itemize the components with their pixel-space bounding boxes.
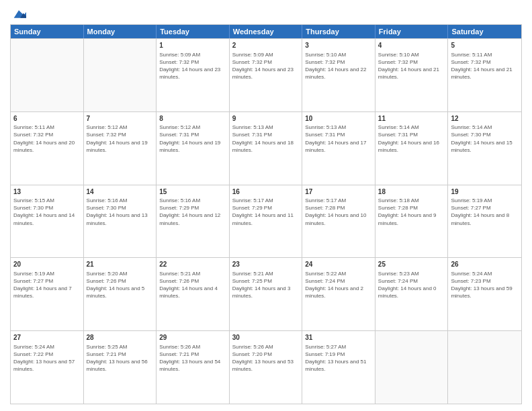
day-number: 24 (305, 260, 372, 269)
day-info: Sunrise: 5:16 AM Sunset: 7:29 PM Dayligh… (159, 197, 226, 227)
day-info: Sunrise: 5:19 AM Sunset: 7:27 PM Dayligh… (13, 270, 81, 300)
calendar-row-4: 27Sunrise: 5:24 AM Sunset: 7:22 PM Dayli… (11, 330, 521, 404)
page: SundayMondayTuesdayWednesdayThursdayFrid… (0, 0, 532, 411)
day-number: 15 (159, 187, 226, 197)
calendar-cell: 18Sunrise: 5:18 AM Sunset: 7:28 PM Dayli… (375, 185, 449, 258)
calendar-cell: 6Sunrise: 5:11 AM Sunset: 7:32 PM Daylig… (11, 112, 84, 185)
day-info: Sunrise: 5:12 AM Sunset: 7:31 PM Dayligh… (159, 124, 226, 154)
calendar-cell: 3Sunrise: 5:10 AM Sunset: 7:32 PM Daylig… (302, 39, 375, 111)
calendar-row-3: 20Sunrise: 5:19 AM Sunset: 7:27 PM Dayli… (11, 257, 521, 330)
calendar-cell: 1Sunrise: 5:09 AM Sunset: 7:32 PM Daylig… (157, 39, 230, 111)
calendar-cell (448, 331, 521, 404)
day-info: Sunrise: 5:26 AM Sunset: 7:20 PM Dayligh… (232, 343, 300, 373)
day-number: 8 (159, 114, 226, 124)
header (10, 7, 522, 19)
day-number: 31 (305, 333, 372, 342)
day-number: 6 (13, 114, 81, 124)
day-info: Sunrise: 5:21 AM Sunset: 7:26 PM Dayligh… (159, 270, 226, 300)
calendar-cell: 15Sunrise: 5:16 AM Sunset: 7:29 PM Dayli… (157, 185, 230, 258)
calendar-cell: 12Sunrise: 5:14 AM Sunset: 7:30 PM Dayli… (448, 112, 521, 185)
calendar-row-1: 6Sunrise: 5:11 AM Sunset: 7:32 PM Daylig… (11, 111, 521, 185)
logo-icon (11, 7, 26, 21)
day-info: Sunrise: 5:10 AM Sunset: 7:32 PM Dayligh… (378, 51, 445, 81)
calendar-cell: 9Sunrise: 5:13 AM Sunset: 7:31 PM Daylig… (230, 112, 303, 185)
day-info: Sunrise: 5:17 AM Sunset: 7:28 PM Dayligh… (305, 197, 372, 227)
day-info: Sunrise: 5:11 AM Sunset: 7:32 PM Dayligh… (13, 124, 81, 154)
calendar-cell: 31Sunrise: 5:27 AM Sunset: 7:19 PM Dayli… (302, 331, 375, 404)
day-info: Sunrise: 5:17 AM Sunset: 7:29 PM Dayligh… (232, 197, 300, 227)
day-info: Sunrise: 5:11 AM Sunset: 7:32 PM Dayligh… (451, 51, 519, 81)
day-number: 7 (87, 114, 154, 124)
calendar-header: SundayMondayTuesdayWednesdayThursdayFrid… (11, 25, 521, 38)
day-number: 20 (13, 260, 81, 269)
header-day-tuesday: Tuesday (157, 25, 230, 38)
calendar-cell: 8Sunrise: 5:12 AM Sunset: 7:31 PM Daylig… (157, 112, 230, 185)
header-day-saturday: Saturday (448, 25, 521, 38)
header-day-wednesday: Wednesday (230, 25, 303, 38)
day-info: Sunrise: 5:18 AM Sunset: 7:28 PM Dayligh… (378, 197, 445, 227)
calendar-cell: 28Sunrise: 5:25 AM Sunset: 7:21 PM Dayli… (84, 331, 157, 404)
calendar-cell: 27Sunrise: 5:24 AM Sunset: 7:22 PM Dayli… (11, 331, 84, 404)
day-info: Sunrise: 5:27 AM Sunset: 7:19 PM Dayligh… (305, 343, 372, 373)
calendar-cell: 20Sunrise: 5:19 AM Sunset: 7:27 PM Dayli… (11, 258, 84, 330)
day-number: 26 (451, 260, 519, 269)
calendar-cell: 4Sunrise: 5:10 AM Sunset: 7:32 PM Daylig… (375, 39, 449, 111)
day-info: Sunrise: 5:15 AM Sunset: 7:30 PM Dayligh… (13, 197, 81, 227)
header-day-sunday: Sunday (11, 25, 84, 38)
day-number: 29 (159, 333, 226, 342)
day-info: Sunrise: 5:14 AM Sunset: 7:30 PM Dayligh… (451, 124, 519, 154)
header-day-friday: Friday (375, 25, 449, 38)
calendar-cell: 5Sunrise: 5:11 AM Sunset: 7:32 PM Daylig… (448, 39, 521, 111)
calendar-cell (375, 331, 449, 404)
calendar-cell (11, 39, 84, 111)
day-info: Sunrise: 5:09 AM Sunset: 7:32 PM Dayligh… (159, 51, 226, 81)
day-number: 3 (305, 41, 372, 50)
calendar-cell: 10Sunrise: 5:13 AM Sunset: 7:31 PM Dayli… (302, 112, 375, 185)
calendar-cell: 19Sunrise: 5:19 AM Sunset: 7:27 PM Dayli… (448, 185, 521, 258)
calendar-cell: 25Sunrise: 5:23 AM Sunset: 7:24 PM Dayli… (375, 258, 449, 330)
day-number: 25 (378, 260, 445, 269)
calendar-cell (84, 39, 157, 111)
calendar-cell: 16Sunrise: 5:17 AM Sunset: 7:29 PM Dayli… (230, 185, 303, 258)
day-number: 19 (451, 187, 519, 197)
day-info: Sunrise: 5:16 AM Sunset: 7:30 PM Dayligh… (87, 197, 154, 227)
calendar-cell: 29Sunrise: 5:26 AM Sunset: 7:21 PM Dayli… (157, 331, 230, 404)
calendar-cell: 21Sunrise: 5:20 AM Sunset: 7:26 PM Dayli… (84, 258, 157, 330)
calendar-cell: 14Sunrise: 5:16 AM Sunset: 7:30 PM Dayli… (84, 185, 157, 258)
day-number: 18 (378, 187, 445, 197)
day-number: 10 (305, 114, 372, 124)
calendar-cell: 26Sunrise: 5:24 AM Sunset: 7:23 PM Dayli… (448, 258, 521, 330)
day-info: Sunrise: 5:13 AM Sunset: 7:31 PM Dayligh… (232, 124, 300, 154)
day-number: 16 (232, 187, 300, 197)
day-number: 30 (232, 333, 300, 342)
day-info: Sunrise: 5:26 AM Sunset: 7:21 PM Dayligh… (159, 343, 226, 373)
calendar-cell: 13Sunrise: 5:15 AM Sunset: 7:30 PM Dayli… (11, 185, 84, 258)
day-number: 14 (87, 187, 154, 197)
day-number: 22 (159, 260, 226, 269)
day-number: 21 (87, 260, 154, 269)
day-number: 11 (378, 114, 445, 124)
day-info: Sunrise: 5:19 AM Sunset: 7:27 PM Dayligh… (451, 197, 519, 227)
calendar-cell: 22Sunrise: 5:21 AM Sunset: 7:26 PM Dayli… (157, 258, 230, 330)
header-day-thursday: Thursday (302, 25, 375, 38)
day-number: 1 (159, 41, 226, 50)
day-number: 2 (232, 41, 300, 50)
calendar-cell: 24Sunrise: 5:22 AM Sunset: 7:24 PM Dayli… (302, 258, 375, 330)
calendar-cell: 30Sunrise: 5:26 AM Sunset: 7:20 PM Dayli… (230, 331, 303, 404)
day-info: Sunrise: 5:14 AM Sunset: 7:31 PM Dayligh… (378, 124, 445, 154)
calendar-row-2: 13Sunrise: 5:15 AM Sunset: 7:30 PM Dayli… (11, 185, 521, 258)
logo (10, 7, 26, 19)
calendar-cell: 17Sunrise: 5:17 AM Sunset: 7:28 PM Dayli… (302, 185, 375, 258)
header-day-monday: Monday (84, 25, 157, 38)
day-info: Sunrise: 5:09 AM Sunset: 7:32 PM Dayligh… (232, 51, 300, 81)
day-info: Sunrise: 5:10 AM Sunset: 7:32 PM Dayligh… (305, 51, 372, 81)
day-number: 9 (232, 114, 300, 124)
day-info: Sunrise: 5:21 AM Sunset: 7:25 PM Dayligh… (232, 270, 300, 300)
day-info: Sunrise: 5:20 AM Sunset: 7:26 PM Dayligh… (87, 270, 154, 300)
day-info: Sunrise: 5:13 AM Sunset: 7:31 PM Dayligh… (305, 124, 372, 154)
day-info: Sunrise: 5:24 AM Sunset: 7:23 PM Dayligh… (451, 270, 519, 300)
day-info: Sunrise: 5:22 AM Sunset: 7:24 PM Dayligh… (305, 270, 372, 300)
day-info: Sunrise: 5:12 AM Sunset: 7:32 PM Dayligh… (87, 124, 154, 154)
calendar-cell: 11Sunrise: 5:14 AM Sunset: 7:31 PM Dayli… (375, 112, 449, 185)
day-number: 17 (305, 187, 372, 197)
